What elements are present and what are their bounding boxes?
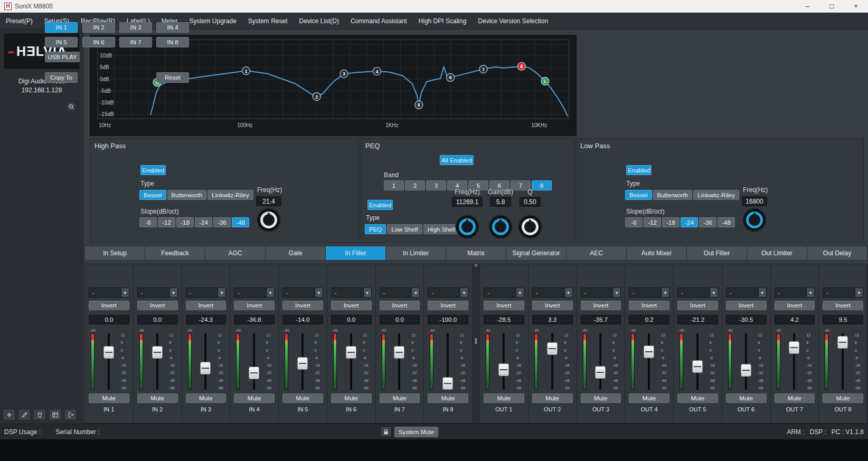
gain-value[interactable]: -36.8 <box>234 315 275 324</box>
invert-button[interactable]: Invert <box>282 301 323 310</box>
tab-in-filter[interactable]: In Filter <box>326 246 386 260</box>
reset-button[interactable]: Reset <box>156 72 189 83</box>
eq-point-3[interactable]: 3 <box>340 70 348 78</box>
low-pass-slope-button[interactable]: -36 <box>699 217 716 227</box>
invert-button[interactable]: Invert <box>380 301 420 310</box>
gain-fader[interactable] <box>339 333 363 390</box>
invert-button[interactable]: Invert <box>775 301 815 310</box>
peq-enabled-button[interactable]: Enabled <box>367 200 393 210</box>
gain-value[interactable]: 4.2 <box>775 315 815 324</box>
invert-button[interactable]: Invert <box>629 301 669 310</box>
gain-value[interactable]: 0.0 <box>331 315 372 324</box>
eq-point-6[interactable]: 6 <box>447 73 455 81</box>
peq-param-value-gain-db[interactable]: 5.8 <box>490 197 511 207</box>
mute-button[interactable]: Mute <box>629 393 669 403</box>
peq-param-value-freq-hz[interactable]: 11269.1 <box>452 197 483 207</box>
peq-band-button-1[interactable]: 1 <box>384 180 404 190</box>
mute-button[interactable]: Mute <box>331 393 372 403</box>
tab-auto-mixer[interactable]: Auto Mixer <box>627 246 687 260</box>
low-pass-slope-button[interactable]: -18 <box>662 217 680 227</box>
eq-point-2[interactable]: 2 <box>313 93 320 101</box>
input-select-button-in-4[interactable]: IN 4 <box>156 22 189 33</box>
fader-handle[interactable] <box>789 341 799 354</box>
high-pass-enabled-button[interactable]: Enabled <box>140 165 166 175</box>
high-pass-type-linkwitz-riley[interactable]: Linkwitz-Riley <box>207 190 253 200</box>
fader-handle[interactable] <box>346 346 356 359</box>
invert-button[interactable]: Invert <box>186 301 227 310</box>
peq-type-high-shelf[interactable]: High Shelf <box>423 224 460 234</box>
tab-in-setup[interactable]: In Setup <box>85 246 145 260</box>
mute-button[interactable]: Mute <box>726 393 767 403</box>
fader-handle[interactable] <box>498 363 509 376</box>
input-select-button-in-6[interactable]: IN 6 <box>82 37 115 47</box>
fader-handle[interactable] <box>547 342 558 355</box>
high-pass-type-bessel[interactable]: Bessel <box>139 190 166 200</box>
strips-splitter[interactable]: =‖ <box>473 264 480 423</box>
fader-handle[interactable] <box>103 346 114 359</box>
channel-source-dropdown[interactable]: -▾ <box>677 287 718 297</box>
high-pass-slope-button[interactable]: -6 <box>139 217 157 227</box>
high-pass-slope-button[interactable]: -36 <box>213 217 231 227</box>
lock-button[interactable] <box>381 427 391 436</box>
input-select-button-in-2[interactable]: IN 2 <box>82 22 115 33</box>
gain-value[interactable]: 0.0 <box>137 315 178 324</box>
mute-button[interactable]: Mute <box>532 393 573 403</box>
peq-band-button-2[interactable]: 2 <box>405 180 425 190</box>
low-pass-freq-knob[interactable] <box>743 209 766 231</box>
menu-item-device-version-selection[interactable]: Device Version Selection <box>472 13 554 29</box>
copy-to-button[interactable]: Copy To <box>45 72 78 83</box>
invert-button[interactable]: Invert <box>532 301 573 310</box>
channel-source-dropdown[interactable]: -▾ <box>331 287 372 297</box>
mute-button[interactable]: Mute <box>380 393 420 403</box>
menu-item-system-reset[interactable]: System Reset <box>242 13 294 29</box>
mute-button[interactable]: Mute <box>823 393 863 403</box>
gain-fader[interactable] <box>290 333 315 390</box>
gain-value[interactable]: 3.3 <box>532 315 573 324</box>
eq-point-5[interactable]: 5 <box>415 101 423 109</box>
fader-handle[interactable] <box>394 346 404 359</box>
fader-handle[interactable] <box>249 367 259 379</box>
low-pass-slope-button[interactable]: -48 <box>718 217 735 227</box>
high-pass-slope-button[interactable]: -48 <box>232 217 249 227</box>
eq-point-8[interactable]: 8 <box>517 62 525 70</box>
peq-type-peq[interactable]: PEQ <box>365 224 386 234</box>
invert-button[interactable]: Invert <box>484 301 524 310</box>
mute-button[interactable]: Mute <box>677 393 718 403</box>
fader-handle[interactable] <box>644 345 654 358</box>
tab-out-filter[interactable]: Out Filter <box>687 246 747 260</box>
channel-source-dropdown[interactable]: -▾ <box>137 287 178 297</box>
low-pass-type-linkwitz-riley[interactable]: Linkwitz-Riley <box>693 190 739 200</box>
gain-value[interactable]: -14.0 <box>282 315 323 324</box>
tab-signal-generator[interactable]: Signal Generator <box>506 246 567 260</box>
channel-source-dropdown[interactable]: -▾ <box>823 287 863 297</box>
invert-button[interactable]: Invert <box>823 301 863 310</box>
gain-value[interactable]: -28.5 <box>484 315 524 324</box>
channel-source-dropdown[interactable]: -▾ <box>89 287 129 297</box>
high-pass-slope-button[interactable]: -12 <box>158 217 175 227</box>
gain-fader[interactable] <box>734 333 758 390</box>
channel-source-dropdown[interactable]: -▾ <box>726 287 767 297</box>
menu-item-preset-p[interactable]: Preset(P) <box>0 13 39 29</box>
gain-value[interactable]: 0.0 <box>89 315 129 324</box>
menu-item-system-upgrade[interactable]: System Upgrade <box>183 13 242 29</box>
channel-source-dropdown[interactable]: -▾ <box>532 287 573 297</box>
low-pass-slope-button[interactable]: -6 <box>625 217 643 227</box>
gain-fader[interactable] <box>540 333 564 390</box>
gain-value[interactable]: 0.2 <box>629 315 669 324</box>
low-pass-slope-button[interactable]: -24 <box>681 217 698 227</box>
invert-button[interactable]: Invert <box>137 301 178 310</box>
minimize-button[interactable]: – <box>795 0 819 12</box>
gain-fader[interactable] <box>831 333 855 390</box>
fader-handle[interactable] <box>837 336 848 349</box>
fader-handle[interactable] <box>741 364 751 377</box>
mute-button[interactable]: Mute <box>89 393 129 403</box>
fader-handle[interactable] <box>297 357 308 370</box>
fader-handle[interactable] <box>442 377 453 390</box>
gain-fader[interactable] <box>685 333 710 390</box>
high-pass-slope-button[interactable]: -18 <box>176 217 194 227</box>
maximize-button[interactable]: □ <box>819 0 844 12</box>
gain-value[interactable]: -21.2 <box>677 315 718 324</box>
input-select-button-in-8[interactable]: IN 8 <box>156 37 189 47</box>
low-pass-enabled-button[interactable]: Enabled <box>626 165 652 175</box>
low-pass-type-butterworth[interactable]: Butterworth <box>653 190 693 200</box>
